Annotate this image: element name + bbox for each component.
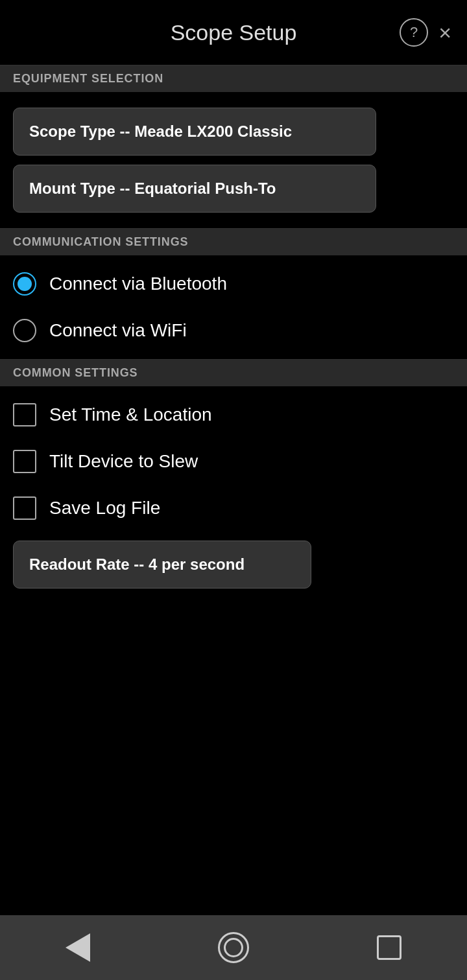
page-title: Scope Setup [171, 20, 297, 45]
checkbox-time-location-label: Set Time & Location [49, 404, 212, 425]
radio-bluetooth-label: Connect via Bluetooth [49, 274, 227, 294]
checkbox-tilt-device[interactable]: Tilt Device to Slew [13, 438, 454, 485]
close-button[interactable]: × [438, 21, 451, 43]
nav-back-button[interactable] [58, 928, 97, 967]
scope-type-button[interactable]: Scope Type -- Meade LX200 Classic [13, 108, 376, 156]
checkbox-tilt-device-box [13, 450, 36, 473]
equipment-section-content: Scope Type -- Meade LX200 Classic Mount … [0, 92, 467, 228]
radio-wifi-circle [13, 319, 36, 342]
communication-radio-group: Connect via Bluetooth Connect via WiFi [0, 255, 467, 359]
back-icon [66, 933, 90, 962]
app-header: Scope Setup ? × [0, 0, 467, 65]
content-spacer [0, 603, 467, 915]
radio-bluetooth-circle [13, 272, 36, 296]
mount-type-button[interactable]: Mount Type -- Equatorial Push-To [13, 165, 376, 213]
help-button[interactable]: ? [400, 18, 428, 47]
checkbox-save-log[interactable]: Save Log File [13, 485, 454, 531]
checkbox-save-log-box [13, 496, 36, 520]
checkbox-save-log-label: Save Log File [49, 498, 160, 519]
radio-bluetooth-dot [18, 277, 32, 291]
recents-icon [377, 935, 401, 960]
home-icon-inner [224, 938, 243, 957]
checkbox-time-location-box [13, 403, 36, 426]
navigation-bar [0, 915, 467, 980]
equipment-section-header: EQUIPMENT SELECTION [0, 65, 467, 92]
radio-wifi-label: Connect via WiFi [49, 320, 187, 341]
checkbox-tilt-device-label: Tilt Device to Slew [49, 451, 198, 472]
radio-bluetooth[interactable]: Connect via Bluetooth [13, 261, 454, 307]
home-icon [218, 932, 249, 963]
checkbox-time-location[interactable]: Set Time & Location [13, 391, 454, 438]
header-actions: ? × [400, 18, 451, 47]
nav-home-button[interactable] [214, 928, 253, 967]
communication-section-header: COMMUNICATION SETTINGS [0, 229, 467, 255]
common-section-header: COMMON SETTINGS [0, 360, 467, 386]
readout-rate-button[interactable]: Readout Rate -- 4 per second [13, 541, 311, 589]
common-settings-group: Set Time & Location Tilt Device to Slew … [0, 386, 467, 603]
nav-recents-button[interactable] [370, 928, 409, 967]
radio-wifi[interactable]: Connect via WiFi [13, 307, 454, 354]
